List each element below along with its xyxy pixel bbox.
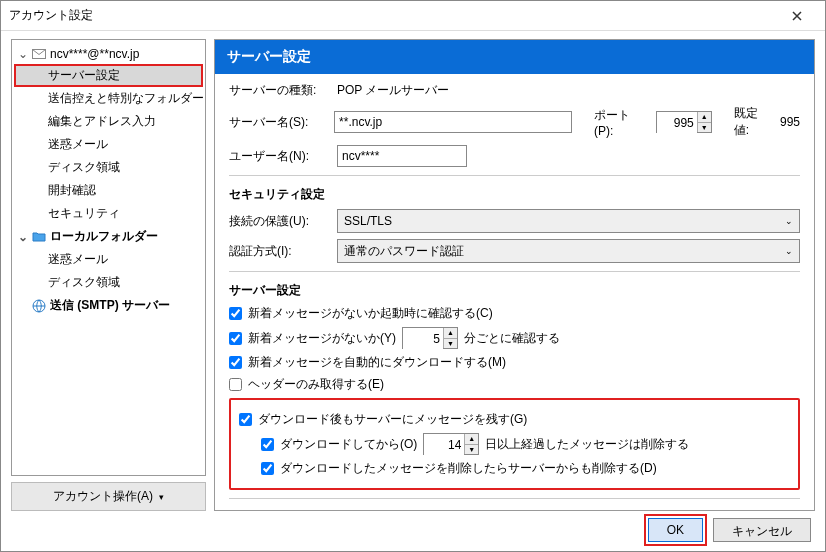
tree-item-server-settings[interactable]: サーバー設定 — [14, 64, 203, 87]
tree-item-junk[interactable]: 迷惑メール — [14, 133, 203, 156]
check-autodl[interactable] — [229, 356, 242, 369]
check-startup[interactable] — [229, 307, 242, 320]
chevron-down-icon: ⌄ — [18, 47, 28, 61]
server-name-input[interactable] — [334, 111, 572, 133]
ok-button[interactable]: OK — [648, 518, 703, 542]
form-area: サーバーの種類: POP メールサーバー サーバー名(S): ポート(P): ▲… — [215, 74, 814, 511]
tree-local-disk[interactable]: ディスク領域 — [14, 271, 203, 294]
check-delete-on-server-label: ダウンロードしたメッセージを削除したらサーバーからも削除する(D) — [280, 460, 657, 477]
check-header-only-label: ヘッダーのみ取得する(E) — [248, 376, 384, 393]
check-interval-label-b: 分ごとに確認する — [464, 330, 560, 347]
check-delete-on-server[interactable] — [261, 462, 274, 475]
check-startup-label: 新着メッセージがないか起動時に確認する(C) — [248, 305, 493, 322]
close-button[interactable] — [777, 2, 817, 30]
days-spinner[interactable]: ▲▼ — [423, 433, 479, 455]
dialog-footer: OK キャンセル — [1, 511, 825, 549]
window-title: アカウント設定 — [9, 7, 777, 24]
tree-account-label: ncv****@**ncv.jp — [50, 47, 139, 61]
spin-up-icon[interactable]: ▲ — [464, 434, 478, 445]
check-leave-on-server[interactable] — [239, 413, 252, 426]
globe-icon — [32, 299, 46, 313]
check-interval-label-a: 新着メッセージがないか(Y) — [248, 330, 396, 347]
check-delete-after-days[interactable] — [261, 438, 274, 451]
connection-security-label: 接続の保護(U): — [229, 213, 329, 230]
server-name-label: サーバー名(S): — [229, 114, 326, 131]
spin-up-icon[interactable]: ▲ — [443, 328, 457, 339]
auth-method-label: 認証方式(I): — [229, 243, 329, 260]
server-type-value: POP メールサーバー — [337, 82, 449, 99]
tree-local-label: ローカルフォルダー — [50, 228, 158, 245]
tree-item-composition[interactable]: 編集とアドレス入力 — [14, 110, 203, 133]
account-tree: ⌄ ncv****@**ncv.jp サーバー設定 送信控えと特別なフォルダー … — [11, 39, 206, 476]
port-label: ポート(P): — [594, 107, 648, 138]
check-autodl-label: 新着メッセージを自動的にダウンロードする(M) — [248, 354, 506, 371]
account-actions-button[interactable]: アカウント操作(A) ▾ — [11, 482, 206, 511]
spin-down-icon[interactable]: ▼ — [443, 339, 457, 349]
tree-account[interactable]: ⌄ ncv****@**ncv.jp — [14, 44, 203, 64]
server-type-label: サーバーの種類: — [229, 82, 329, 99]
user-name-input[interactable] — [337, 145, 467, 167]
chevron-down-icon: ▾ — [159, 492, 164, 502]
content-area: ⌄ ncv****@**ncv.jp サーバー設定 送信控えと特別なフォルダー … — [1, 31, 825, 511]
chevron-down-icon: ⌄ — [18, 230, 28, 244]
folder-icon — [32, 230, 46, 244]
chevron-down-icon: ⌄ — [785, 246, 793, 256]
port-spinner[interactable]: ▲▼ — [656, 111, 712, 133]
check-leave-on-server-label: ダウンロード後もサーバーにメッセージを残す(G) — [258, 411, 527, 428]
message-storage-title: メッセージの保存 — [229, 509, 800, 511]
tree-local-folders[interactable]: ⌄ ローカルフォルダー — [14, 225, 203, 248]
port-input[interactable] — [657, 112, 697, 134]
auth-method-select[interactable]: 通常のパスワード認証 ⌄ — [337, 239, 800, 263]
panel-title: サーバー設定 — [215, 40, 814, 74]
security-section-title: セキュリティ設定 — [229, 186, 800, 203]
tree-smtp-label: 送信 (SMTP) サーバー — [50, 297, 170, 314]
server-settings-section-title: サーバー設定 — [229, 282, 800, 299]
default-value: 995 — [780, 115, 800, 129]
tree-item-receipts[interactable]: 開封確認 — [14, 179, 203, 202]
user-name-label: ユーザー名(N): — [229, 148, 329, 165]
tree-local-junk[interactable]: 迷惑メール — [14, 248, 203, 271]
connection-security-select[interactable]: SSL/TLS ⌄ — [337, 209, 800, 233]
interval-spinner[interactable]: ▲▼ — [402, 327, 458, 349]
tree-item-copies-folders[interactable]: 送信控えと特別なフォルダー — [14, 87, 203, 110]
spin-down-icon[interactable]: ▼ — [697, 123, 711, 133]
close-icon — [792, 11, 802, 21]
highlighted-group: ダウンロード後もサーバーにメッセージを残す(G) ダウンロードしてから(O) ▲… — [229, 398, 800, 490]
check-days-label-b: 日以上経過したメッセージは削除する — [485, 436, 689, 453]
cancel-button[interactable]: キャンセル — [713, 518, 811, 542]
spin-down-icon[interactable]: ▼ — [464, 445, 478, 455]
mail-icon — [32, 47, 46, 61]
main-panel: サーバー設定 サーバーの種類: POP メールサーバー サーバー名(S): ポー… — [214, 39, 815, 511]
tree-smtp[interactable]: 送信 (SMTP) サーバー — [14, 294, 203, 317]
chevron-down-icon: ⌄ — [785, 216, 793, 226]
title-bar: アカウント設定 — [1, 1, 825, 31]
sidebar: ⌄ ncv****@**ncv.jp サーバー設定 送信控えと特別なフォルダー … — [11, 39, 206, 511]
default-label: 既定値: — [734, 105, 772, 139]
check-interval[interactable] — [229, 332, 242, 345]
tree-item-disk[interactable]: ディスク領域 — [14, 156, 203, 179]
account-actions-label: アカウント操作(A) — [53, 488, 153, 505]
tree-item-security[interactable]: セキュリティ — [14, 202, 203, 225]
check-days-label-a: ダウンロードしてから(O) — [280, 436, 417, 453]
spin-up-icon[interactable]: ▲ — [697, 112, 711, 123]
days-input[interactable] — [424, 434, 464, 456]
check-header-only[interactable] — [229, 378, 242, 391]
interval-input[interactable] — [403, 328, 443, 350]
